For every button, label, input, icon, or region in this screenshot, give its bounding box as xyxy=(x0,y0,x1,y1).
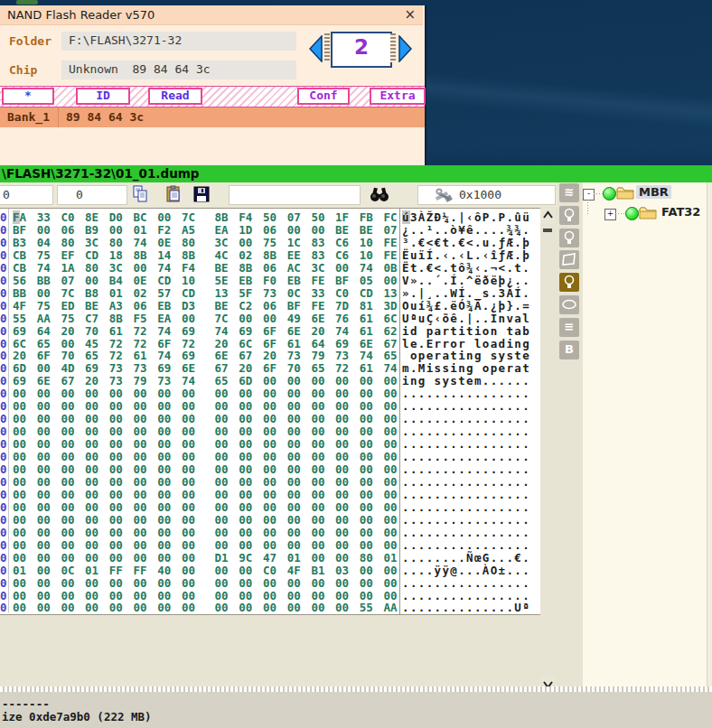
hex-byte: BF xyxy=(287,299,301,313)
hex-row[interactable]: 0000000000000000000000000000055AA xyxy=(0,601,398,613)
scroll-up-button[interactable] xyxy=(540,208,556,223)
ascii-panel[interactable]: ú3ÀŽÐ¼.|‹ôP.P.ûü¿..¹..ò¥ê....¾¾.³.€<€t.€… xyxy=(399,208,541,615)
hex-row[interactable]: 000000000000000000000000000000000 xyxy=(0,425,398,437)
hex-byte: 00 xyxy=(215,601,229,614)
hex-toolbar: 0 0 0x1000 xyxy=(0,182,557,208)
hex-row[interactable]: 06D004D697373696E67206F7065726174 xyxy=(0,361,398,374)
hex-row[interactable]: 000000000000000000000000000000000 xyxy=(0,450,398,462)
action-button-id[interactable]: ID xyxy=(76,88,130,105)
hex-row[interactable]: 000000000000000000000000000000000 xyxy=(0,576,398,589)
hex-row[interactable]: 000000000000000000000000000000000 xyxy=(0,500,398,513)
tree-line xyxy=(615,213,625,214)
hex-byte: 00 xyxy=(335,374,349,387)
bulb-icon[interactable] xyxy=(559,206,579,225)
copy-icon[interactable] xyxy=(131,185,150,204)
hex-bytes-panel[interactable]: 0FA33C08ED0BC007C8BF45007501FFBFC0BF0006… xyxy=(0,208,400,615)
ascii-row: le.Error loading xyxy=(402,337,539,350)
hex-byte: 00 xyxy=(182,589,195,602)
hex-row[interactable]: 001000C01FFFF40000000C04FB1030000 xyxy=(0,564,398,576)
hex-row[interactable]: 000000000000000000000000000000000 xyxy=(0,437,398,450)
action-button-extra[interactable]: Extra xyxy=(370,88,426,105)
hex-byte: 00 xyxy=(263,576,276,590)
hex-row[interactable]: 0696420706172746974696F6E20746162 xyxy=(0,324,398,337)
hex-byte: 00 xyxy=(263,500,276,514)
hex-byte: 00 xyxy=(215,462,229,476)
tree-label-fat32[interactable]: FAT32 xyxy=(661,205,700,219)
hex-row[interactable]: 000000000000000000000000000000000 xyxy=(0,538,398,551)
ellipse-icon[interactable] xyxy=(559,295,579,314)
hex-row[interactable]: 000000000000000000000000000000000 xyxy=(0,475,398,488)
offset-field-2[interactable]: 0 xyxy=(57,185,127,205)
search-field[interactable] xyxy=(229,185,361,205)
folder-field[interactable]: F:\FLASH\3271-32 xyxy=(61,32,296,51)
find-icon[interactable] xyxy=(368,185,391,204)
action-button-read[interactable]: Read xyxy=(148,88,202,105)
hex-byte: 00 xyxy=(287,589,301,602)
offset-field-1[interactable]: 0 xyxy=(0,185,53,205)
hex-row[interactable]: 000000000000000000000000000000000 xyxy=(0,462,398,475)
hex-byte: 00 xyxy=(182,551,195,565)
hex-byte: 00 xyxy=(61,462,74,476)
bank-row[interactable]: Bank_1 89 84 64 3c xyxy=(0,107,425,127)
save-icon[interactable] xyxy=(192,185,211,204)
hex-row[interactable]: 0CB741A803C0074F4BE8B06AC3C00740B xyxy=(0,261,398,274)
tree-line-vertical xyxy=(587,200,588,214)
tree-label-mbr[interactable]: MBR xyxy=(636,185,671,199)
sector-size-field[interactable]: 0x1000 xyxy=(417,185,556,205)
hex-byte: 00 xyxy=(311,462,324,476)
letter-b-icon[interactable]: B xyxy=(559,341,579,359)
hex-row[interactable]: 00000000000000000D19C470100008001 xyxy=(0,551,398,564)
hex-byte: 00 xyxy=(335,462,349,476)
hex-byte: FF xyxy=(109,564,123,577)
hex-row[interactable]: 000000000000000000000000000000000 xyxy=(0,589,398,602)
hex-row[interactable]: 0BB007CB8010257CD135F730C33C0CD13 xyxy=(0,286,398,299)
hex-row[interactable]: 0696E672073797374656D000000000000 xyxy=(0,374,398,387)
action-button-conf[interactable]: Conf xyxy=(297,88,350,105)
hex-row[interactable]: 000000000000000000000000000000000 xyxy=(0,513,398,526)
hex-row[interactable]: 000000000000000000000000000000000 xyxy=(0,412,398,425)
action-button-star[interactable]: * xyxy=(2,88,54,105)
hex-row[interactable]: 000000000000000000000000000000000 xyxy=(0,488,398,500)
bank-number-box[interactable]: 2 xyxy=(331,32,392,68)
hex-byte: 69 xyxy=(13,374,26,387)
spinner-right-arrow[interactable] xyxy=(398,35,412,62)
hex-row[interactable]: 06C65004572726F72206C6F6164696E67 xyxy=(0,337,398,350)
folder-label: Folder xyxy=(9,34,52,48)
hex-row[interactable]: 055AA75C78BF5EA007C0000496E76616C xyxy=(0,312,398,324)
flag-icon[interactable] xyxy=(559,250,579,269)
hex-row[interactable]: 0B304803C80740E803C00751C83C610FE xyxy=(0,236,398,248)
paste-icon[interactable] xyxy=(164,185,183,204)
lines-icon[interactable]: ≡ xyxy=(559,318,579,337)
hex-byte: 00 xyxy=(13,576,26,590)
hex-byte: 00 xyxy=(360,576,373,590)
bulb-icon[interactable] xyxy=(559,229,579,247)
reader-titlebar[interactable]: NAND Flash Reader v570 × xyxy=(0,5,423,25)
hex-row[interactable]: 056BB0700B40ECD105EEBF0EBFEBF0500 xyxy=(0,274,398,286)
chip-field[interactable]: Unknown 89 84 64 3c xyxy=(61,61,296,79)
hex-row[interactable]: 0BF0006B90001F2A5EA1D060000BEBE07 xyxy=(0,223,398,236)
hex-row[interactable]: 04F75EDBEA306EBD3BEC206BFFE7D813D xyxy=(0,299,398,312)
hex-row[interactable]: 000000000000000000000000000000000 xyxy=(0,399,398,412)
hex-row[interactable]: 0CB75EFCD188B148B4C028BEE83C610FE xyxy=(0,248,398,261)
bulb-icon[interactable] xyxy=(559,273,579,292)
vertical-scrollbar[interactable] xyxy=(540,208,556,693)
scroll-thumb[interactable] xyxy=(543,229,552,232)
hex-address: 0 xyxy=(0,274,6,287)
hex-row[interactable]: 0FA33C08ED0BC007C8BF45007501FFBFC xyxy=(0,210,398,223)
hex-byte: D1 xyxy=(215,551,229,565)
spinner-left-arrow[interactable] xyxy=(309,35,323,62)
hex-byte: 00 xyxy=(335,589,349,602)
hex-titlebar[interactable]: \FLASH\3271-32\01_01.dump xyxy=(0,165,712,182)
expand-icon[interactable]: + xyxy=(604,209,616,220)
close-icon[interactable]: × xyxy=(404,6,416,23)
hex-byte: 00 xyxy=(384,538,398,552)
hex-row[interactable]: 000000000000000000000000000000000 xyxy=(0,526,398,538)
folder-icon xyxy=(639,206,658,224)
hex-row[interactable]: 000000000000000000000000000000000 xyxy=(0,387,398,399)
collapse-icon[interactable]: - xyxy=(583,189,595,201)
hex-byte: 00 xyxy=(239,399,252,413)
waves-icon[interactable]: ≋ xyxy=(559,183,579,202)
hex-row[interactable]: 0206F7065726174696E67207379737465 xyxy=(0,349,398,361)
hex-byte: 00 xyxy=(263,425,276,438)
hex-byte: 00 xyxy=(384,412,398,425)
